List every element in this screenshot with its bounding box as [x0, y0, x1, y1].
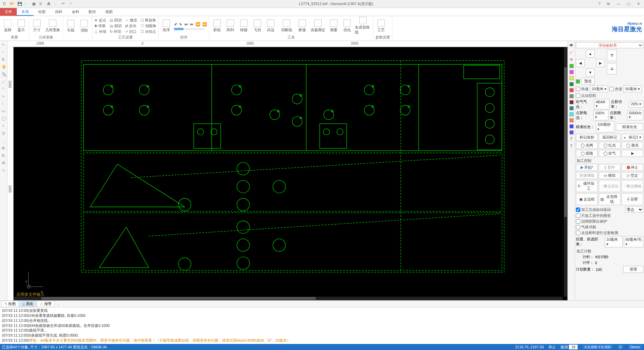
precise-value[interactable]: 100毫秒 ▾ — [596, 121, 614, 132]
viewport[interactable]: YX 启用多文件输入 — [13, 47, 568, 300]
stop-button[interactable]: 停止 — [622, 164, 643, 171]
frame-dot-check[interactable]: 走边框时进行点射检测 — [576, 230, 618, 235]
coolpoint[interactable]: ☐ 冷却点 — [141, 29, 156, 34]
swatch-red[interactable] — [570, 88, 574, 92]
shutter-button[interactable]: ◯ 光闸 — [576, 142, 598, 149]
tool-切断线[interactable]: 切断线 — [278, 19, 294, 33]
dotcut-check[interactable]: 点动切割 — [576, 93, 596, 98]
dock-tool[interactable]: ✚ 停靠 — [94, 23, 106, 28]
right-arrow-button[interactable]: ▶ — [622, 150, 643, 157]
jog-down[interactable]: ▼ — [586, 68, 595, 76]
pointer-icon[interactable]: ↖ — [1, 42, 6, 47]
z-up[interactable]: ⇈ — [607, 50, 617, 61]
close-icon[interactable]: ✕ — [637, 2, 640, 6]
zoom-icon[interactable]: 🔍 — [1, 72, 6, 76]
size-tool[interactable]: 尺寸 — [31, 19, 43, 33]
tool-b-icon[interactable]: 🖶 — [47, 2, 52, 6]
swatch-purple[interactable] — [570, 130, 574, 134]
layer-check-icon[interactable]: ✓ — [570, 50, 573, 55]
scrollbar-horizontal[interactable] — [14, 297, 562, 300]
microjoint[interactable]: ↔ 微连 — [125, 18, 137, 23]
release-angle[interactable]: ☐ 释放角 — [141, 18, 156, 23]
sort-last-icon[interactable]: ⏭ — [190, 22, 194, 26]
walk-env-button[interactable]: ▨ 走包络线 — [599, 193, 621, 205]
comp-tool[interactable]: △ 补偿 — [94, 29, 106, 34]
polyline-icon[interactable]: ∿ — [1, 94, 6, 99]
tool-阵列[interactable]: 阵列 — [225, 19, 236, 33]
node-icon[interactable]: ⋆ — [1, 50, 6, 54]
swatch-cyan[interactable] — [570, 112, 574, 116]
scrollbar-vertical[interactable] — [564, 47, 567, 297]
blow-button[interactable]: ◯ 吹气 — [599, 150, 621, 157]
mark-select[interactable]: ● 标记1 ▾ — [622, 134, 643, 141]
btab-draw[interactable]: ✎绘图 — [1, 301, 19, 307]
dryrun-button[interactable]: ▷ 空走 — [622, 172, 643, 179]
pause-button[interactable]: ∥ 暂停 — [599, 164, 621, 171]
fine-input[interactable] — [569, 345, 578, 349]
retreat-a[interactable]: 10毫米 ▾ — [605, 236, 623, 247]
jog-left[interactable]: ◀ — [576, 59, 585, 67]
retreat-b[interactable]: 50毫米/毛 ▾ — [624, 236, 643, 247]
sort-prev-icon[interactable]: ⏪ — [196, 22, 200, 26]
tool-飞切[interactable]: 飞切 — [252, 19, 263, 33]
tab-file[interactable]: 文件 — [0, 8, 17, 16]
measure-icon[interactable]: ↘ — [1, 168, 6, 172]
gas-purge-check[interactable]: 气体冲刷 — [576, 225, 596, 230]
home-button[interactable]: ┼ 回零 — [622, 193, 643, 205]
minimize-icon[interactable]: — — [616, 2, 620, 6]
swatch-green[interactable] — [570, 64, 574, 68]
seal[interactable]: ⤶ 封口 — [125, 29, 137, 34]
sort-next-icon[interactable]: ⏩ — [202, 22, 207, 26]
sort-icon-2[interactable]: ⬉ — [179, 22, 182, 26]
preview-button[interactable]: 预览 — [581, 78, 595, 85]
manage-button[interactable]: 管理 — [623, 266, 643, 273]
swatch-yellow[interactable] — [570, 76, 574, 80]
group-icon[interactable]: ⊞ — [1, 145, 6, 150]
rect-icon[interactable]: ▭ — [1, 109, 6, 113]
select-tool[interactable]: 选择 — [2, 19, 13, 33]
tab-common[interactable]: 常用 — [17, 8, 34, 16]
tab-nc[interactable]: 数控 — [84, 8, 101, 16]
bp-locate-button[interactable]: ⸽ 断点定位 — [599, 180, 621, 192]
jog-right[interactable]: ▶ — [596, 59, 605, 67]
tool-优化[interactable]: 优化 — [341, 19, 353, 33]
arc-icon[interactable]: ◠ — [1, 86, 6, 91]
grid-icon[interactable]: ▦ — [32, 2, 37, 6]
follow-button[interactable]: ◯ 跟随 — [576, 150, 598, 157]
tool-测量[interactable]: 测量 — [328, 19, 339, 33]
sort-first-icon[interactable]: ⏮ — [184, 22, 188, 26]
simulate-button[interactable]: ▭ 模拟 — [599, 172, 621, 179]
sort-tool[interactable]: 排序 — [161, 19, 172, 33]
combine-icon[interactable]: ⊟ — [1, 153, 6, 158]
text-icon[interactable]: 字 — [1, 131, 6, 135]
maximize-icon[interactable]: ▢ — [627, 2, 630, 6]
tool-共边[interactable]: 共边 — [265, 19, 276, 33]
swatch-gray[interactable] — [570, 94, 574, 98]
display-tool[interactable]: 显示 — [15, 19, 27, 33]
z-down[interactable]: ⇊ — [607, 63, 617, 74]
loop-button[interactable]: ↻ 循环加工 — [576, 180, 598, 192]
dotpow-value[interactable]: 20% ▾ — [629, 101, 643, 108]
step-check[interactable]: 步进 — [609, 86, 622, 92]
line-icon[interactable]: ／ — [1, 79, 6, 84]
btab-system[interactable]: ⎙系统 — [19, 301, 36, 307]
walk-frame-button[interactable]: ▣ 走边框 — [576, 193, 598, 205]
open-file-icon[interactable]: 📂 — [10, 2, 15, 6]
save-icon[interactable]: 💾 — [17, 2, 22, 6]
sort-icon[interactable]: ⇅ — [1, 57, 6, 62]
leadline-tool[interactable]: 引线 — [65, 20, 76, 33]
undo-icon[interactable]: ↶ — [62, 2, 66, 6]
layer-close-icon[interactable]: ✕ — [570, 57, 573, 62]
fast-check[interactable]: 快速 — [576, 86, 589, 92]
tab-draw[interactable]: 绘图 — [34, 8, 50, 16]
tool-生成包络线[interactable]: 生成包络线 — [355, 17, 371, 35]
start-button[interactable]: 开始* — [576, 164, 598, 171]
tab-view[interactable]: 视图 — [101, 8, 117, 16]
polygon-icon[interactable]: ◯ — [1, 116, 6, 121]
circle-icon[interactable]: ○ — [1, 101, 6, 106]
back-mark-button[interactable]: 返回标记 — [599, 134, 621, 141]
restore-icon[interactable]: ⧉ — [607, 2, 610, 6]
tab-remnant[interactable]: 余料 — [67, 8, 84, 16]
soft-limit-check[interactable]: 启用软限位保护 — [576, 219, 607, 224]
tool-群组[interactable]: 群组 — [211, 19, 223, 33]
